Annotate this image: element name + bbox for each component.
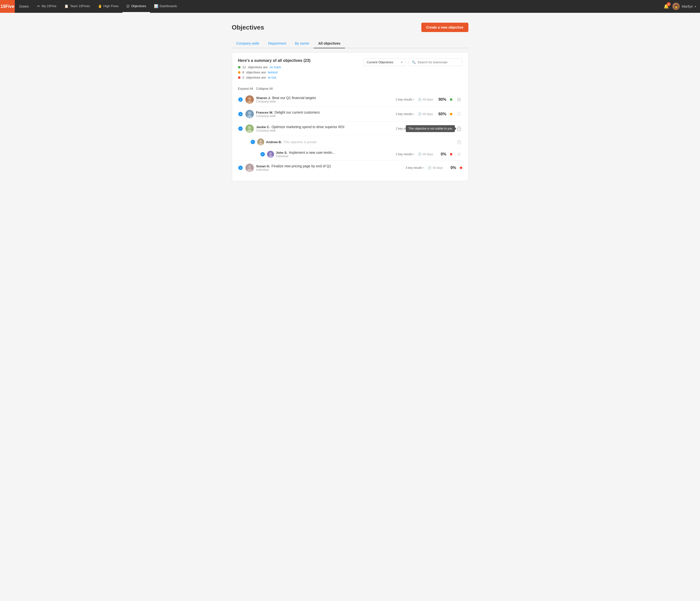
objective-person: Frances W. <box>256 110 273 114</box>
stat-on-track-count: 12 <box>243 65 246 69</box>
lock-icon[interactable] <box>456 139 462 145</box>
objective-title[interactable]: Delight our current customers <box>274 110 320 114</box>
objective-meta: 2 key results ▾ 🕐 40 days 90% <box>396 96 462 103</box>
objective-action-icon[interactable] <box>456 111 462 117</box>
filter-selected: Current Objectives <box>367 60 394 64</box>
sync-icon[interactable] <box>456 151 462 157</box>
objective-action-icon[interactable] <box>456 96 462 103</box>
plus-icon[interactable]: + <box>238 112 243 116</box>
expand-toggle[interactable]: + <box>238 112 243 116</box>
tab-by-owner[interactable]: By owner <box>291 39 314 48</box>
tab-department[interactable]: Department <box>264 39 291 48</box>
expand-toggle[interactable]: − <box>260 152 265 156</box>
time-remaining: 🕐 40 days <box>418 98 433 101</box>
time-remaining: 🕐 40 days <box>418 112 433 116</box>
expand-toggle[interactable]: + <box>238 166 243 170</box>
search-icon: 🔍 <box>412 60 416 64</box>
svg-point-14 <box>259 140 262 143</box>
objective-info: Sharon J. Beat our Q1 financial targets … <box>256 96 396 103</box>
expand-all-button[interactable]: Expand All <box>238 87 253 91</box>
table-row: + Sharon J. Beat our Q1 financial target… <box>238 93 462 107</box>
minus-icon[interactable]: − <box>251 140 255 144</box>
nav-item-dashboards[interactable]: 📊 Dashboards <box>150 0 181 13</box>
objective-info: Andrew B. This objective is private <box>266 140 456 144</box>
clock-icon: 🕐 <box>418 127 422 130</box>
expand-toggle[interactable]: + <box>238 97 243 102</box>
svg-point-12 <box>458 129 459 130</box>
page-title: Objectives <box>232 24 265 31</box>
nav-item-highfives[interactable]: 🤚 High Fives <box>94 0 122 13</box>
objective-scope: Individual <box>256 168 406 172</box>
user-menu[interactable]: 👩 Marilyn ▾ <box>672 3 696 10</box>
key-results-count[interactable]: 2 key results ▾ <box>396 112 415 116</box>
key-results-count[interactable]: 2 key results ▾ <box>396 98 415 101</box>
minus-icon[interactable]: − <box>238 126 243 131</box>
company-name: Green <box>15 4 33 8</box>
expand-toggle[interactable]: − <box>238 126 243 131</box>
chevron-down-icon: ▾ <box>401 61 402 64</box>
tab-company-wide[interactable]: Company-wide <box>232 39 264 48</box>
avatar <box>245 110 254 118</box>
table-row: − Jackie C. Optimize marketing spend to … <box>238 121 462 136</box>
objective-person: Jackie C. <box>256 125 270 129</box>
svg-point-9 <box>248 126 251 129</box>
objective-info: Susan G. Finalize new pricing page by en… <box>256 164 406 172</box>
status-indicator <box>460 167 462 169</box>
completion-percent: 60% <box>436 112 447 116</box>
tab-all-objectives[interactable]: All objectives <box>314 39 345 48</box>
clock-icon: 🕐 <box>418 112 422 116</box>
objective-person: Andrew B. <box>266 140 282 144</box>
private-objective-label: This objective is private <box>283 140 317 144</box>
nav-item-my15five[interactable]: ✏ My 15Five <box>33 0 60 13</box>
notifications-button[interactable]: 🔔 3 <box>664 4 669 9</box>
filter-dropdown[interactable]: Current Objectives ▾ <box>364 58 405 66</box>
objective-info: Frances W. Delight our current customers… <box>256 110 396 118</box>
search-input[interactable] <box>418 60 459 64</box>
notification-badge: 3 <box>667 2 671 6</box>
on-track-link[interactable]: on track <box>270 65 281 69</box>
objective-title[interactable]: Finalize new pricing page by end of Q1 <box>272 164 331 168</box>
private-visibility-icon[interactable] <box>456 125 462 132</box>
svg-point-17 <box>458 143 459 143</box>
summary-header: Here's a summary of all objectives (23) … <box>238 58 462 83</box>
completion-percent: 0% <box>447 166 456 170</box>
nav-item-objectives[interactable]: ☑ Objectives <box>122 0 150 13</box>
table-row: + Frances W. Delight our current custome… <box>238 107 462 121</box>
nav-item-team15fives[interactable]: 📋 Team 15Fives <box>60 0 94 13</box>
chevron-down-icon: ▾ <box>413 113 415 115</box>
completion-percent: 0% <box>436 126 447 131</box>
objective-title[interactable]: Beat our Q1 financial targets <box>272 96 316 100</box>
chevron-down-icon: ▾ <box>695 5 696 8</box>
objective-meta: 2 key results ▾ 🕐 40 days 0% <box>396 151 462 157</box>
avatar <box>267 151 274 158</box>
key-results-count[interactable]: 2 key results ▾ <box>396 127 415 130</box>
expand-toggle[interactable]: − <box>250 140 255 144</box>
key-results-count[interactable]: 3 key results ▾ <box>405 166 424 170</box>
page-header: Objectives Create a new objective <box>232 23 468 32</box>
expand-controls: Expand All Collapse All <box>238 87 462 91</box>
minus-icon[interactable]: − <box>260 152 265 156</box>
objective-scope: Company-wide <box>256 114 396 118</box>
summary-controls: Current Objectives ▾ 🔍 <box>364 58 462 66</box>
at-risk-link[interactable]: at risk <box>268 76 276 79</box>
user-avatar: 👩 <box>672 3 680 10</box>
create-objective-button[interactable]: Create a new objective <box>421 23 468 32</box>
objective-meta <box>456 139 462 145</box>
sub-objectives: − Andrew B. This objective is private <box>250 136 462 160</box>
objective-title[interactable]: Implement a new user-testin... <box>289 151 335 154</box>
brand-logo[interactable]: 15Five <box>0 0 15 13</box>
key-results-count[interactable]: 2 key results ▾ <box>396 152 415 156</box>
objective-title[interactable]: Optimize marketing spend to drive superi… <box>272 125 345 129</box>
plus-icon[interactable]: + <box>238 166 243 170</box>
red-dot <box>238 76 241 79</box>
checkbox-icon: ☑ <box>126 4 130 8</box>
behind-link[interactable]: behind <box>268 71 277 74</box>
stat-behind-count: 8 <box>243 71 244 74</box>
stat-on-track: 12 objectives are on track <box>238 65 311 69</box>
collapse-all-button[interactable]: Collapse All <box>256 87 273 91</box>
teammate-search-box[interactable]: 🔍 <box>408 58 462 66</box>
highfive-icon: 🤚 <box>98 4 102 8</box>
completion-percent: 90% <box>436 97 447 102</box>
list-item: − John S. Implement a new user-testin... <box>260 148 462 160</box>
plus-icon[interactable]: + <box>238 97 243 102</box>
